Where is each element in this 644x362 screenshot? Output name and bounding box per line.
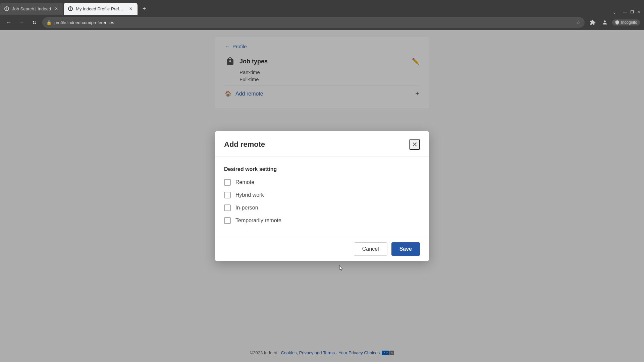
modal-body: Desired work setting Remote Hybrid work … — [215, 157, 429, 237]
modal-footer: Cancel Save — [215, 237, 429, 261]
extensions-button[interactable] — [588, 18, 597, 27]
lock-icon: 🔒 — [46, 20, 52, 25]
modal-title: Add remote — [224, 140, 265, 149]
option-temporarily-remote[interactable]: Temporarily remote — [224, 217, 420, 224]
remote-checkbox[interactable] — [224, 179, 231, 186]
browser-chrome: i Job Search | Indeed ✕ i My Indeed Prof… — [0, 0, 644, 30]
hybrid-label: Hybrid work — [235, 192, 264, 198]
tab-profile-preferences[interactable]: i My Indeed Profile Preferences ✕ — [64, 3, 138, 15]
tab1-title: Job Search | Indeed — [12, 6, 51, 11]
tab2-close[interactable]: ✕ — [128, 6, 133, 11]
refresh-button[interactable]: ↻ — [30, 18, 39, 27]
temp-remote-label: Temporarily remote — [235, 218, 281, 224]
hybrid-checkbox[interactable] — [224, 192, 231, 198]
work-setting-label: Desired work setting — [224, 166, 420, 172]
cancel-button[interactable]: Cancel — [354, 242, 387, 256]
minimize-button[interactable]: — — [623, 9, 628, 15]
remote-label: Remote — [235, 179, 254, 185]
account-button[interactable] — [600, 18, 609, 27]
tab1-close[interactable]: ✕ — [54, 6, 59, 11]
toolbar-right: Incognito — [588, 18, 640, 27]
inperson-checkbox[interactable] — [224, 204, 231, 211]
window-controls: ⌄ — [612, 9, 620, 15]
tab-list-icon[interactable]: ⌄ — [612, 9, 616, 15]
tab2-title: My Indeed Profile Preferences — [76, 6, 125, 11]
url-text: profile.indeed.com/preferences — [54, 20, 574, 25]
add-remote-modal: Add remote ✕ Desired work setting Remote… — [215, 131, 429, 261]
page-content: ← Profile Job types ✏️ Part-time Full-ti… — [0, 30, 644, 362]
tab1-icon: i — [4, 6, 9, 11]
incognito-label: Incognito — [621, 20, 637, 25]
option-in-person[interactable]: In-person — [224, 204, 420, 211]
address-bar[interactable]: 🔒 profile.indeed.com/preferences ☆ — [42, 17, 585, 28]
modal-backdrop: Add remote ✕ Desired work setting Remote… — [0, 30, 644, 362]
inperson-label: In-person — [235, 205, 258, 211]
modal-close-button[interactable]: ✕ — [409, 139, 420, 150]
restore-button[interactable]: ❐ — [629, 9, 635, 15]
bookmark-icon[interactable]: ☆ — [576, 20, 581, 25]
save-button[interactable]: Save — [391, 242, 420, 256]
temp-remote-checkbox[interactable] — [224, 217, 231, 224]
modal-header: Add remote ✕ — [215, 131, 429, 157]
new-tab-button[interactable]: + — [140, 4, 149, 13]
close-button[interactable]: ✕ — [636, 9, 641, 15]
forward-button[interactable]: → — [17, 18, 26, 27]
option-hybrid-work[interactable]: Hybrid work — [224, 192, 420, 198]
tab-bar: i Job Search | Indeed ✕ i My Indeed Prof… — [0, 0, 644, 15]
back-button[interactable]: ← — [4, 18, 13, 27]
tab-job-search[interactable]: i Job Search | Indeed ✕ — [0, 3, 63, 15]
option-remote[interactable]: Remote — [224, 179, 420, 186]
address-bar-row: ← → ↻ 🔒 profile.indeed.com/preferences ☆ — [0, 15, 644, 30]
tab2-icon: i — [68, 6, 73, 11]
incognito-badge: Incognito — [612, 19, 640, 25]
